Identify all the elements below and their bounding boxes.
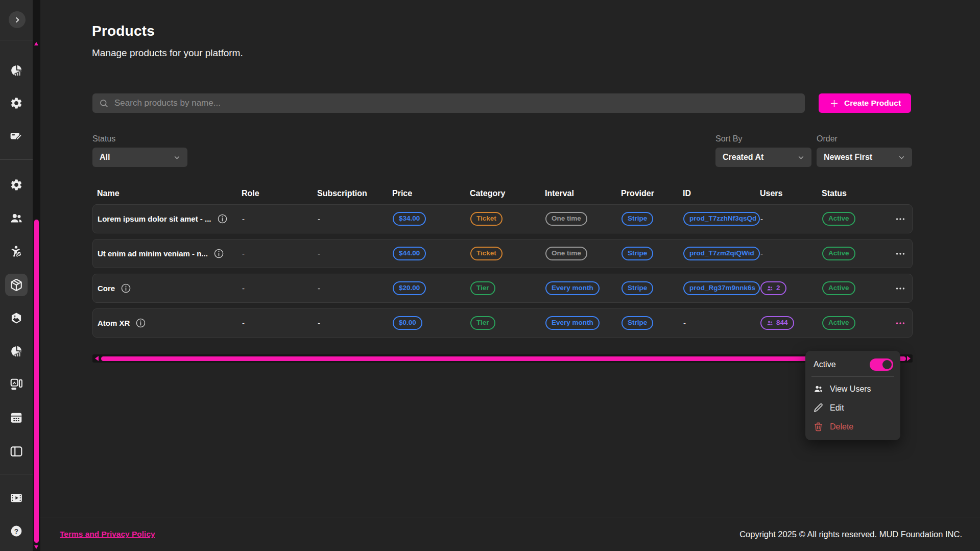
terms-privacy-link[interactable]: Terms and Privacy Policy <box>60 530 155 539</box>
price-cell: $34.00 <box>393 212 470 226</box>
horizontal-scrollbar-thumb[interactable] <box>101 356 906 361</box>
category-badge: Tier <box>470 316 495 330</box>
category-cell: Ticket <box>470 247 545 260</box>
calendar-icon <box>10 411 23 424</box>
product-name-cell: Atom XR <box>98 318 242 328</box>
sidebar-item-cube-image[interactable] <box>5 307 28 329</box>
sidebar-item-pie-chart-bars[interactable] <box>5 59 28 82</box>
info-icon[interactable] <box>121 283 131 294</box>
interval-badge: One time <box>545 247 587 260</box>
status-badge: Active <box>822 247 855 260</box>
role-cell: - <box>242 319 318 327</box>
sidebar-item-panel-layout[interactable] <box>5 440 28 463</box>
subscription-cell: - <box>318 214 393 223</box>
sidebar-item-gear[interactable] <box>5 92 28 114</box>
column-header-provider: Provider <box>621 189 683 198</box>
create-product-button[interactable]: Create Product <box>819 93 911 113</box>
sidebar-divider <box>0 159 33 160</box>
sidebar-item-package[interactable] <box>5 274 28 296</box>
provider-cell: Stripe <box>622 281 683 295</box>
role-cell: - <box>242 214 318 223</box>
price-badge: $0.00 <box>393 316 422 330</box>
actions-cell <box>888 248 912 259</box>
price-cell: $44.00 <box>393 247 470 260</box>
row-actions-button[interactable] <box>895 213 906 225</box>
product-name: Atom XR <box>98 319 130 327</box>
chevron-right-icon <box>13 15 22 25</box>
id-cell: - <box>683 319 760 327</box>
pie-chart-bars-icon <box>10 345 23 358</box>
sidebar-item-pie-chart-bars[interactable] <box>5 340 28 363</box>
search-icon <box>99 99 109 108</box>
trash-icon <box>814 422 823 432</box>
info-icon[interactable] <box>213 248 224 259</box>
category-cell: Tier <box>470 316 545 330</box>
sidebar-item-calendar[interactable] <box>5 406 28 429</box>
sidebar-item-gear[interactable] <box>5 174 28 196</box>
active-toggle[interactable] <box>870 358 893 371</box>
row-actions-button[interactable] <box>895 248 906 259</box>
ellipsis-icon <box>895 213 906 225</box>
status-filter-select[interactable]: All <box>92 148 187 167</box>
layout-media-icon <box>10 378 23 391</box>
column-header-subscription: Subscription <box>317 189 392 198</box>
table-row: Ut enim ad minim veniam - n...--$44.00Ti… <box>92 239 913 268</box>
search-input[interactable] <box>113 98 798 109</box>
column-header-interval: Interval <box>545 189 621 198</box>
column-header-id: ID <box>683 189 760 198</box>
scroll-up-arrow-icon[interactable] <box>34 42 38 45</box>
footer: Terms and Privacy Policy Copyright 2025 … <box>40 517 980 551</box>
sidebar-scrollbar[interactable] <box>33 0 40 551</box>
products-table: NameRoleSubscriptionPriceCategoryInterva… <box>92 183 913 343</box>
column-header-users: Users <box>760 189 822 198</box>
card-edit-icon <box>10 130 23 143</box>
active-toggle-row: Active <box>805 354 900 376</box>
sidebar-item-help[interactable]: ? <box>5 520 28 542</box>
table-header-row: NameRoleSubscriptionPriceCategoryInterva… <box>92 183 913 204</box>
sort-by-select[interactable]: Created At <box>715 148 811 167</box>
order-select[interactable]: Newest First <box>817 148 912 167</box>
users-cell: - <box>760 214 822 223</box>
subscription-cell: - <box>318 319 393 327</box>
product-name: Core <box>98 284 115 293</box>
id-cell: prod_T7zzhNf3qsQd <box>683 212 760 226</box>
sidebar-item-person-check[interactable] <box>5 240 28 262</box>
plus-icon <box>829 98 840 109</box>
row-actions-button[interactable] <box>895 283 906 294</box>
sidebar: ? <box>0 0 33 551</box>
sidebar-item-film[interactable] <box>5 487 28 509</box>
sidebar-item-users[interactable] <box>5 207 28 229</box>
status-badge: Active <box>822 316 855 330</box>
sidebar-item-card-edit[interactable] <box>5 125 28 148</box>
ellipsis-icon <box>895 318 906 329</box>
sidebar-header <box>0 0 33 40</box>
users-cell: 2 <box>760 281 822 295</box>
sidebar-divider <box>0 474 33 474</box>
column-header-status: Status <box>822 189 887 198</box>
provider-cell: Stripe <box>622 212 683 226</box>
actions-cell <box>888 283 912 294</box>
row-actions-button[interactable] <box>895 318 906 329</box>
provider-cell: Stripe <box>622 316 683 330</box>
scroll-down-arrow-icon[interactable] <box>34 545 38 549</box>
product-name-cell: Ut enim ad minim veniam - n... <box>98 248 242 259</box>
info-icon[interactable] <box>135 318 146 328</box>
menu-item-edit[interactable]: Edit <box>805 398 900 417</box>
users-count-badge: 844 <box>760 316 794 330</box>
table-horizontal-scrollbar[interactable] <box>92 354 913 363</box>
users-icon <box>767 285 773 292</box>
menu-item-view-users[interactable]: View Users <box>805 379 900 398</box>
actions-cell <box>888 318 912 329</box>
interval-cell: One time <box>545 247 622 260</box>
chevron-down-icon <box>173 153 181 162</box>
sidebar-scrollbar-thumb[interactable] <box>34 220 39 543</box>
interval-cell: One time <box>545 212 622 226</box>
info-icon[interactable] <box>217 213 228 224</box>
product-id-badge: prod_T7zzhNf3qsQd <box>683 212 760 226</box>
sidebar-item-layout-media[interactable] <box>5 373 28 396</box>
sidebar-expand-button[interactable] <box>9 11 26 28</box>
menu-item-delete[interactable]: Delete <box>805 417 900 436</box>
scroll-right-arrow-icon[interactable] <box>907 356 911 361</box>
scroll-left-arrow-icon[interactable] <box>95 356 99 361</box>
status-badge: Active <box>822 212 855 226</box>
